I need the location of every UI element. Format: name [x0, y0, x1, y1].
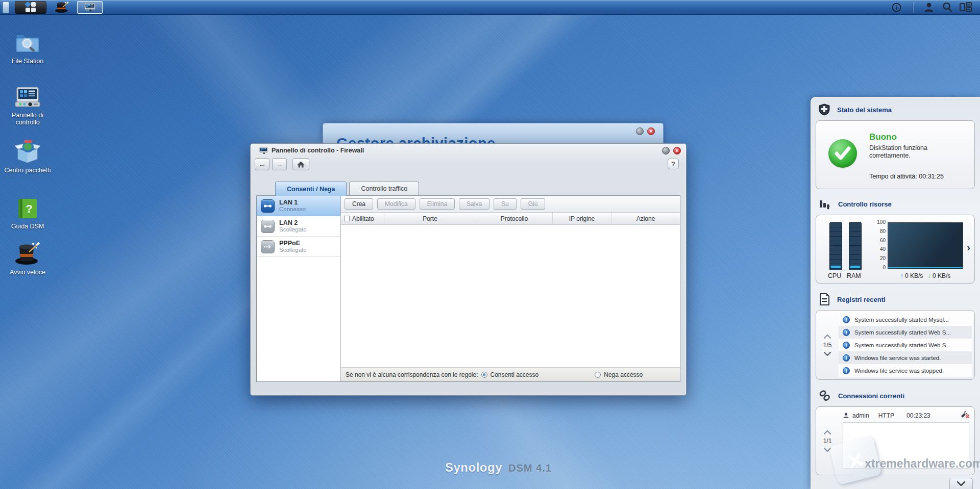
- column-azione[interactable]: Azione: [611, 213, 680, 224]
- system-status-card: Buono DiskStation funziona correttamente…: [816, 120, 975, 189]
- page-down-icon[interactable]: [824, 448, 831, 452]
- log-row[interactable]: i Windows file service was started.: [839, 351, 972, 364]
- upload-arrow-icon: ↑: [900, 272, 903, 279]
- desktop-icon-dsm-help[interactable]: ? Guida DSM: [1, 198, 54, 230]
- log-row[interactable]: i System successfully started Mysql...: [839, 313, 972, 326]
- desktop-icon-control-panel[interactable]: Pannello di controllo: [1, 87, 54, 126]
- minimize-button[interactable]: [636, 127, 644, 135]
- user-icon: [923, 2, 935, 13]
- connection-row[interactable]: admin HTTP 00:23:23: [843, 411, 969, 420]
- taskbar-divider: [913, 2, 914, 13]
- firewall-content: LAN 1 Connesso LAN 2 Scollegato: [256, 195, 680, 382]
- connections-list-empty: [843, 422, 969, 469]
- connection-protocol: HTTP: [878, 412, 894, 419]
- pilot-view-icon: [960, 2, 972, 12]
- move-up-button[interactable]: Su: [494, 198, 517, 210]
- interface-item-lan2[interactable]: LAN 2 Scollegato: [257, 216, 340, 237]
- desktop-icon-label: Centro pacchetti: [1, 167, 54, 174]
- page-down-icon[interactable]: [824, 352, 831, 356]
- deny-access-label: Nega accesso: [604, 371, 643, 378]
- log-row[interactable]: i System successfully started Web S...: [839, 326, 972, 339]
- desktop-icon-package-center[interactable]: Centro pacchetti: [1, 140, 54, 174]
- ram-label: RAM: [847, 272, 861, 279]
- page-up-icon[interactable]: [824, 430, 831, 434]
- interface-status: Scollegato: [279, 247, 307, 253]
- magic-hat-icon: [55, 1, 70, 13]
- disconnect-plug-icon: [960, 411, 969, 418]
- column-abilitato[interactable]: Abilitato: [341, 213, 384, 224]
- resource-details-button[interactable]: ›: [967, 242, 970, 253]
- interface-item-lan1[interactable]: LAN 1 Connesso: [257, 196, 340, 216]
- column-protocollo[interactable]: Protocollo: [476, 213, 553, 224]
- download-rate: 0 KB/s: [933, 272, 950, 279]
- home-icon: [297, 161, 305, 168]
- interface-name: LAN 1: [279, 199, 306, 206]
- delete-button[interactable]: Elimina: [420, 198, 455, 210]
- resource-monitor-card: CPU RAM 100 80 60 40 20 0 ↑ 0 KB/s ↓ 0 K…: [816, 215, 975, 284]
- move-down-button[interactable]: Giù: [521, 198, 546, 210]
- create-button[interactable]: Crea: [345, 198, 373, 210]
- select-all-checkbox[interactable]: [344, 216, 350, 221]
- quick-launch-button[interactable]: [55, 1, 70, 14]
- desktop-icon-quick-start[interactable]: Avvio veloce: [1, 241, 54, 276]
- tab-controllo-traffico[interactable]: Controllo traffico: [349, 182, 419, 195]
- page-up-icon[interactable]: [824, 334, 831, 339]
- info-button[interactable]: i: [887, 1, 905, 14]
- desktop-icon-label: Avvio veloce: [1, 269, 54, 276]
- log-row[interactable]: i Windows file service was stopped.: [839, 364, 972, 377]
- axis-tick: 80: [880, 228, 886, 234]
- back-button[interactable]: ←: [255, 158, 270, 170]
- interface-item-pppoe[interactable]: PPPoE Scollegato: [257, 237, 340, 257]
- disconnect-button[interactable]: [960, 411, 969, 420]
- connection-user: admin: [852, 412, 869, 419]
- interface-name: PPPoE: [279, 240, 307, 247]
- edit-button[interactable]: Modifica: [377, 198, 415, 210]
- dsm-version: DSM 4.1: [508, 462, 552, 474]
- main-menu-icon: [26, 2, 36, 12]
- navigation-toolbar: ← →: [251, 157, 686, 172]
- help-button[interactable]: ?: [668, 159, 679, 169]
- axis-tick: 60: [880, 238, 886, 243]
- axis-tick: 20: [880, 255, 886, 261]
- close-button[interactable]: ×: [647, 127, 655, 135]
- forward-button[interactable]: →: [272, 158, 287, 170]
- log-info-icon: i: [843, 367, 850, 374]
- save-button[interactable]: Salva: [459, 198, 489, 210]
- user-menu-button[interactable]: [920, 1, 938, 14]
- deny-access-radio[interactable]: [595, 372, 601, 378]
- home-button[interactable]: [292, 158, 309, 170]
- uptime-label: Tempo di attività: 00:31:25: [869, 173, 944, 180]
- desktop-icon-label: Guida DSM: [1, 223, 54, 230]
- close-button[interactable]: ×: [673, 147, 681, 155]
- pilot-view-button[interactable]: [957, 1, 975, 14]
- cpu-gauge: [829, 222, 842, 270]
- window-storage-manager[interactable]: Gestore archiviazione ×: [323, 123, 664, 144]
- column-porte[interactable]: Porte: [384, 213, 476, 224]
- show-desktop-button[interactable]: [3, 2, 9, 13]
- default-policy-label: Se non vi è alcuna corrispondenza con le…: [346, 371, 478, 378]
- column-ip-origine[interactable]: IP origine: [553, 213, 611, 224]
- main-menu-button[interactable]: [15, 1, 46, 14]
- recent-logs-card: 1/5 i System successfully started Mysql.…: [816, 310, 975, 380]
- download-arrow-icon: ↓: [928, 272, 931, 279]
- log-message: Windows file service was stopped.: [854, 368, 944, 374]
- allow-access-radio[interactable]: [481, 372, 487, 378]
- tab-consenti-nega[interactable]: Consenti / Nega: [275, 182, 347, 196]
- titlebar[interactable]: Pannello di controllo - Firewall ×: [251, 144, 686, 157]
- chain-link-icon: [819, 390, 831, 402]
- log-row[interactable]: i System successfully started Web S...: [839, 339, 972, 351]
- desktop-icon-file-station[interactable]: File Station: [1, 31, 54, 65]
- interface-list: LAN 1 Connesso LAN 2 Scollegato: [257, 196, 341, 381]
- desktop-icon-label: File Station: [1, 58, 54, 65]
- log-message: System successfully started Mysql...: [854, 317, 949, 323]
- storage-manager-controls: ×: [636, 127, 655, 135]
- panel-collapse-button[interactable]: [949, 478, 973, 489]
- taskbar-app-control-panel[interactable]: [77, 1, 103, 14]
- dsm-desktop: Synology DSM 4.1: [0, 0, 980, 489]
- log-message: Windows file service was started.: [854, 355, 941, 361]
- search-button[interactable]: [938, 1, 957, 14]
- minimize-button[interactable]: [662, 147, 670, 155]
- axis-tick: 40: [880, 246, 886, 252]
- tab-strip: Consenti / Nega Controllo traffico: [275, 182, 419, 196]
- column-label: Abilitato: [352, 215, 374, 222]
